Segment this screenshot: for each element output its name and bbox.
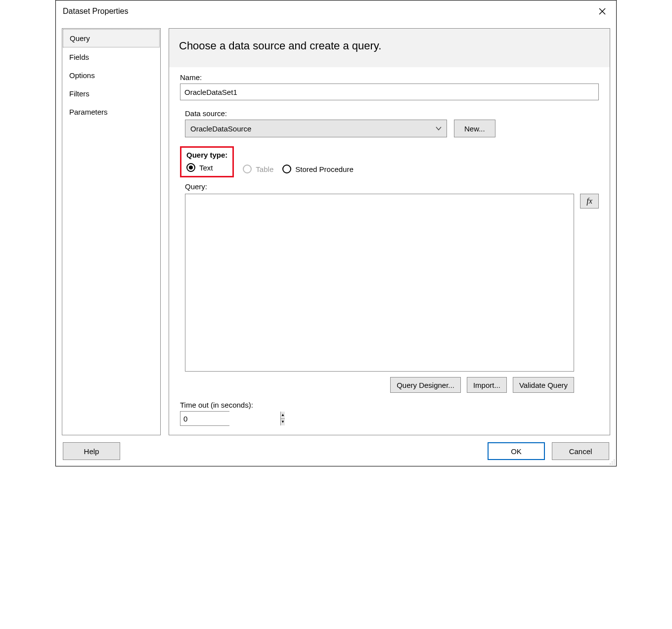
button-label: Import... — [473, 381, 500, 389]
button-label: Cancel — [569, 447, 592, 456]
nav-item-label: Options — [69, 71, 95, 80]
titlebar: Dataset Properties — [56, 0, 616, 22]
dataset-properties-dialog: Dataset Properties Query Fields Options … — [55, 0, 617, 466]
button-label: OK — [511, 447, 522, 456]
button-label: New... — [464, 125, 485, 133]
dialog-body: Query Fields Options Filters Parameters … — [56, 22, 616, 437]
help-button[interactable]: Help — [63, 442, 120, 460]
new-datasource-button[interactable]: New... — [454, 120, 495, 137]
nav-item-label: Filters — [69, 89, 90, 98]
radio-table: Table — [243, 165, 273, 173]
nav-item-options[interactable]: Options — [62, 66, 160, 84]
svg-point-4 — [614, 461, 615, 462]
nav-item-filters[interactable]: Filters — [62, 84, 160, 103]
sidebar-nav: Query Fields Options Filters Parameters — [62, 28, 161, 435]
validate-query-button[interactable]: Validate Query — [513, 377, 574, 393]
query-label: Query: — [185, 182, 599, 191]
button-label: Help — [84, 447, 99, 456]
datasource-value: OracleDataSource — [190, 125, 251, 133]
chevron-down-icon — [436, 125, 442, 133]
radio-icon — [282, 165, 291, 173]
nav-item-label: Parameters — [69, 108, 108, 116]
ok-button[interactable]: OK — [488, 442, 545, 460]
cancel-button[interactable]: Cancel — [552, 442, 609, 460]
nav-item-fields[interactable]: Fields — [62, 48, 160, 66]
query-type-highlight: Query type: Text — [180, 146, 234, 177]
timeout-label: Time out (in seconds): — [180, 401, 599, 409]
import-button[interactable]: Import... — [467, 377, 507, 393]
radio-label: Stored Procedure — [295, 165, 354, 173]
spinner-down-button[interactable]: ▼ — [281, 419, 285, 426]
panel-content: Name: Data source: OracleDataSource New.… — [169, 67, 610, 435]
name-input[interactable] — [180, 84, 599, 100]
nav-item-parameters[interactable]: Parameters — [62, 103, 160, 121]
button-label: Query Designer... — [397, 381, 454, 389]
resize-grip-icon[interactable] — [608, 458, 615, 465]
dialog-footer: Help OK Cancel — [56, 437, 616, 466]
window-title: Dataset Properties — [63, 7, 129, 16]
svg-point-2 — [614, 460, 615, 461]
main-panel: Choose a data source and create a query.… — [169, 28, 610, 435]
fx-icon: fx — [586, 197, 592, 206]
nav-item-label: Query — [70, 34, 90, 42]
name-label: Name: — [180, 73, 599, 82]
svg-point-5 — [610, 463, 611, 464]
close-icon — [599, 8, 606, 15]
query-block: Query: fx Query Designer... — [180, 182, 599, 393]
query-textarea[interactable] — [185, 194, 574, 372]
svg-point-3 — [612, 461, 613, 462]
radio-stored-procedure[interactable]: Stored Procedure — [282, 165, 354, 173]
spinner-buttons: ▲ ▼ — [280, 412, 285, 425]
panel-heading: Choose a data source and create a query. — [169, 29, 610, 67]
spinner-up-button[interactable]: ▲ — [281, 412, 285, 419]
query-designer-button[interactable]: Query Designer... — [390, 377, 461, 393]
query-type-row: Query type: Text Table Stored Procedure — [180, 137, 599, 177]
svg-point-7 — [614, 463, 615, 464]
button-label: Validate Query — [519, 381, 568, 389]
datasource-combo[interactable]: OracleDataSource — [185, 120, 447, 137]
datasource-label: Data source: — [185, 109, 599, 118]
expression-button[interactable]: fx — [580, 194, 599, 209]
radio-icon — [186, 163, 195, 172]
nav-item-query[interactable]: Query — [63, 29, 160, 47]
datasource-block: Data source: OracleDataSource New... — [180, 109, 599, 137]
timeout-spinner[interactable]: ▲ ▼ — [180, 411, 229, 426]
radio-text[interactable]: Text — [186, 163, 227, 172]
timeout-input[interactable] — [180, 412, 280, 425]
query-type-label: Query type: — [186, 151, 227, 159]
radio-label: Text — [199, 164, 213, 172]
close-button[interactable] — [592, 1, 612, 21]
svg-point-6 — [612, 463, 613, 464]
radio-label: Table — [256, 165, 273, 173]
radio-icon — [243, 165, 252, 173]
nav-item-label: Fields — [69, 53, 89, 61]
